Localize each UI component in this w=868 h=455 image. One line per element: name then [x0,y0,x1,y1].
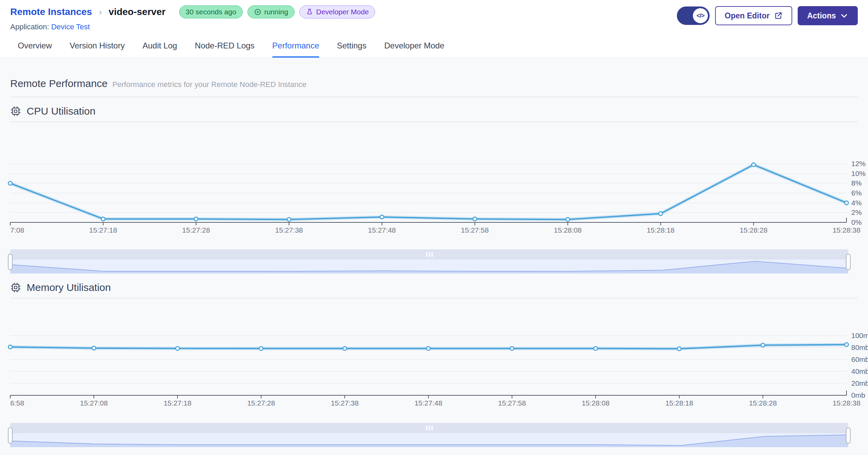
play-circle-icon [254,8,261,16]
external-link-icon [774,11,783,20]
cpu-brush [10,249,848,274]
svg-text:15:27:38: 15:27:38 [275,226,303,233]
application-link[interactable]: Device Test [51,23,90,31]
badge-label: 30 seconds ago [186,8,236,16]
brush-grip-icon[interactable] [426,426,433,430]
memory-brush-right-handle[interactable] [846,427,851,444]
status-badge-row: 30 seconds agorunningDeveloper Mode [179,5,375,18]
open-editor-label: Open Editor [725,11,770,20]
svg-text:4%: 4% [851,199,862,207]
cpu-section: CPU Utilisation 0%2%4%6%8%10%12%7:0815:2… [0,97,868,274]
svg-text:15:28:08: 15:28:08 [554,226,582,233]
cpu-section-title: CPU Utilisation [27,105,96,117]
svg-text:60mb: 60mb [851,355,868,363]
svg-text:15:27:58: 15:27:58 [498,399,526,407]
top-bar-left: Remote Instances › video-server 30 secon… [10,5,375,31]
memory-utilisation-chart: 0mb20mb40mb60mb80mb100mb6:5815:27:0815:2… [0,300,868,410]
brush-grip-icon[interactable] [426,252,433,257]
svg-text:15:28:28: 15:28:28 [749,399,777,407]
chevron-down-icon [840,12,848,20]
page-title: Remote Performance [10,78,108,89]
svg-text:15:27:58: 15:27:58 [461,226,489,233]
breadcrumb-separator: › [99,7,102,17]
actions-label: Actions [807,11,836,20]
svg-text:20mb: 20mb [851,379,868,387]
cpu-brush-right-handle[interactable] [846,254,851,270]
page-head: Remote Performance Performance metrics f… [0,58,868,89]
svg-text:15:27:08: 15:27:08 [80,399,108,407]
top-bar-actions: </> Open Editor Actions [677,6,858,25]
badge-label: Developer Mode [316,8,369,16]
status-badge-developer-mode: Developer Mode [299,5,375,18]
svg-text:15:28:18: 15:28:18 [665,399,693,407]
cpu-brush-minimap[interactable] [10,260,848,274]
memory-chip-icon [10,282,21,293]
svg-text:10%: 10% [851,170,866,177]
tab-bar: OverviewVersion HistoryAudit LogNode-RED… [0,33,868,58]
svg-text:6:58: 6:58 [10,399,24,407]
svg-text:15:27:18: 15:27:18 [89,226,117,233]
tab-settings[interactable]: Settings [337,33,367,58]
svg-text:15:28:38: 15:28:38 [833,226,860,233]
status-badge-30-seconds-ago: 30 seconds ago [179,5,243,18]
status-badge-running: running [247,5,295,18]
memory-section: Memory Utilisation 0mb20mb40mb60mb80mb10… [0,274,868,447]
cpu-chip-icon [10,106,21,117]
memory-section-title: Memory Utilisation [27,282,111,293]
svg-text:15:28:28: 15:28:28 [740,226,768,233]
performance-page: Remote Performance Performance metrics f… [0,58,868,455]
tab-node-red-logs[interactable]: Node-RED Logs [195,33,255,58]
svg-text:2%: 2% [851,208,862,216]
tab-version-history[interactable]: Version History [70,33,125,58]
svg-text:7:08: 7:08 [10,226,24,233]
memory-brush-left-handle[interactable] [8,427,13,444]
breadcrumb-current: video-server [109,6,166,17]
svg-text:6%: 6% [851,189,862,197]
svg-text:15:28:38: 15:28:38 [833,399,860,407]
svg-text:15:27:18: 15:27:18 [163,399,191,407]
badge-label: running [264,8,288,16]
svg-text:0%: 0% [851,218,862,226]
svg-text:15:27:38: 15:27:38 [331,399,359,407]
cpu-utilisation-chart: 0%2%4%6%8%10%12%7:0815:27:1815:27:2815:2… [0,124,868,233]
memory-brush-minimap[interactable] [10,433,848,447]
cpu-brush-drag-bar[interactable] [10,249,848,260]
beaker-icon [306,8,313,16]
svg-text:15:27:28: 15:27:28 [182,226,210,233]
breadcrumb: Remote Instances › video-server 30 secon… [10,5,375,18]
memory-section-head: Memory Utilisation [0,274,868,293]
divider [10,298,858,298]
cpu-brush-left-handle[interactable] [8,254,13,270]
svg-text:15:28:18: 15:28:18 [647,226,675,233]
divider [10,122,858,122]
tab-overview[interactable]: Overview [18,33,52,58]
svg-text:15:28:08: 15:28:08 [582,399,610,407]
open-editor-button[interactable]: Open Editor [715,6,792,25]
tab-performance[interactable]: Performance [272,33,319,58]
breadcrumb-parent-link[interactable]: Remote Instances [10,6,92,17]
top-bar: Remote Instances › video-server 30 secon… [0,0,868,33]
svg-text:15:27:48: 15:27:48 [368,226,396,233]
tab-developer-mode[interactable]: Developer Mode [384,33,444,58]
actions-button[interactable]: Actions [798,6,858,25]
svg-text:12%: 12% [851,160,866,167]
svg-text:100mb: 100mb [851,332,868,339]
cpu-section-head: CPU Utilisation [0,97,868,117]
svg-text:8%: 8% [851,179,862,187]
code-icon: </> [693,8,708,23]
memory-brush [10,423,848,447]
page-subtitle: Performance metrics for your Remote Node… [112,80,307,89]
tab-audit-log[interactable]: Audit Log [142,33,177,58]
memory-brush-drag-bar[interactable] [10,423,848,433]
svg-text:15:27:28: 15:27:28 [247,399,275,407]
svg-text:40mb: 40mb [851,367,868,375]
svg-text:15:27:48: 15:27:48 [414,399,442,407]
application-label: Application: [10,23,49,31]
application-row: Application: Device Test [10,23,375,31]
svg-text:80mb: 80mb [851,343,868,351]
svg-text:0mb: 0mb [851,391,865,399]
devmode-toggle[interactable]: </> [677,6,710,25]
